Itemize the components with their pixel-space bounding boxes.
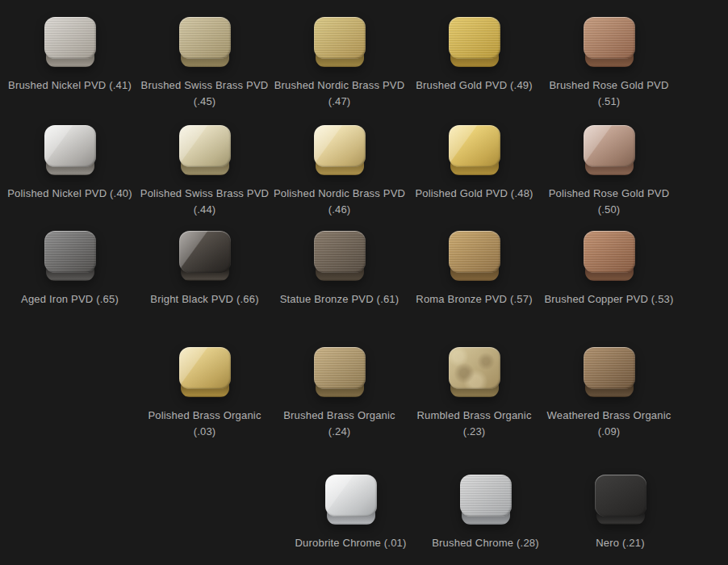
- finish-label: Brushed Gold PVD (.49): [416, 77, 533, 94]
- finish-option[interactable]: Weathered Brass Organic (.09): [542, 347, 676, 439]
- finish-option[interactable]: Polished Swiss Brass PVD (.44): [137, 125, 272, 217]
- finish-label: Polished Swiss Brass PVD (.44): [140, 186, 269, 217]
- finish-swatch[interactable]: [314, 231, 366, 281]
- finish-swatch-face: [449, 125, 500, 167]
- finish-swatch[interactable]: [449, 17, 500, 67]
- finish-swatch[interactable]: [595, 475, 646, 525]
- finish-swatch-face: [449, 231, 500, 273]
- finish-swatch[interactable]: [584, 17, 635, 67]
- finish-swatch-face: [460, 475, 512, 517]
- finish-grid: Brushed Nickel PVD (.41) Brushed Swiss B…: [0, 0, 728, 565]
- finish-option[interactable]: Brushed Swiss Brass PVD (.45): [137, 17, 272, 109]
- finish-option[interactable]: Brushed Nordic Brass PVD (.47): [272, 17, 407, 109]
- finish-option[interactable]: Polished Rose Gold PVD (.50): [542, 125, 676, 217]
- finish-swatch[interactable]: [449, 347, 500, 397]
- finish-label: Brushed Nickel PVD (.41): [8, 77, 132, 94]
- finish-swatch[interactable]: [179, 347, 231, 397]
- finish-option[interactable]: Statue Bronze PVD (.61): [272, 231, 407, 308]
- finish-label: Polished Brass Organic (.03): [138, 408, 271, 439]
- finish-label: Durobrite Chrome (.01): [295, 535, 406, 551]
- finish-label: Polished Nordic Brass PVD (.46): [274, 186, 405, 217]
- finish-swatch-face: [44, 231, 96, 273]
- finish-swatch[interactable]: [584, 347, 635, 397]
- finish-swatch-face: [314, 347, 366, 389]
- finish-option[interactable]: Aged Iron PVD (.65): [2, 231, 137, 308]
- finish-swatch-face: [314, 17, 366, 59]
- finish-option[interactable]: Brushed Chrome (.28): [418, 475, 553, 551]
- finish-label: Brushed Rose Gold PVD (.51): [542, 77, 676, 109]
- finish-label: Roma Bronze PVD (.57): [416, 291, 532, 308]
- finish-swatch[interactable]: [44, 231, 96, 281]
- finish-label: Aged Iron PVD (.65): [21, 291, 119, 308]
- finish-label: Polished Nickel PVD (.40): [7, 186, 132, 202]
- finish-option[interactable]: Polished Gold PVD (.48): [407, 125, 542, 217]
- finish-swatch-face: [179, 17, 231, 59]
- finish-row: Brushed Nickel PVD (.41) Brushed Swiss B…: [2, 17, 676, 109]
- finish-swatch-face: [314, 125, 366, 167]
- finish-swatch-face: [449, 17, 500, 59]
- finish-swatch[interactable]: [460, 475, 512, 525]
- finish-label: Statue Bronze PVD (.61): [280, 291, 400, 308]
- finish-option[interactable]: Roma Bronze PVD (.57): [407, 231, 542, 308]
- finish-swatch[interactable]: [314, 17, 366, 67]
- finish-option[interactable]: Rumbled Brass Organic (.23): [407, 347, 542, 439]
- finish-option[interactable]: Durobrite Chrome (.01): [283, 475, 418, 551]
- finish-swatch[interactable]: [44, 125, 96, 175]
- finish-label: Polished Rose Gold PVD (.50): [542, 186, 676, 217]
- finish-swatch[interactable]: [584, 231, 635, 281]
- finish-swatch-face: [179, 231, 231, 273]
- finish-swatch[interactable]: [325, 475, 377, 525]
- finish-label: Brushed Chrome (.28): [432, 535, 539, 551]
- finish-row: Polished Nickel PVD (.40) Polished Swiss…: [2, 125, 676, 217]
- finish-swatch[interactable]: [449, 231, 500, 281]
- finish-swatch[interactable]: [584, 125, 635, 175]
- finish-swatch[interactable]: [44, 17, 96, 67]
- finish-swatch-face: [314, 231, 366, 273]
- finish-row: Durobrite Chrome (.01) Brushed Chrome (.…: [283, 475, 688, 551]
- finish-row: Aged Iron PVD (.65) Bright Black PVD (.6…: [2, 231, 676, 308]
- finish-label: Bright Black PVD (.66): [150, 291, 258, 308]
- finish-option[interactable]: Brushed Rose Gold PVD (.51): [542, 17, 676, 109]
- finish-swatch-face: [584, 17, 635, 59]
- finish-swatch[interactable]: [314, 125, 366, 175]
- finish-swatch-face: [584, 231, 635, 273]
- finish-label: Nero (.21): [596, 535, 645, 551]
- finish-swatch[interactable]: [179, 125, 231, 175]
- finish-option[interactable]: Bright Black PVD (.66): [137, 231, 272, 308]
- finish-swatch[interactable]: [179, 17, 231, 67]
- finish-swatch-face: [44, 17, 96, 59]
- finish-option[interactable]: Polished Nordic Brass PVD (.46): [272, 125, 407, 217]
- finish-swatch-face: [584, 125, 635, 167]
- finish-swatch-face: [179, 125, 231, 167]
- finish-option[interactable]: Brushed Copper PVD (.53): [542, 231, 676, 308]
- finish-row: Polished Brass Organic (.03) Brushed Bra…: [137, 347, 676, 439]
- finish-label: Weathered Brass Organic (.09): [547, 408, 672, 439]
- finish-option[interactable]: Brushed Gold PVD (.49): [407, 17, 542, 109]
- finish-swatch[interactable]: [314, 347, 366, 397]
- finish-label: Polished Gold PVD (.48): [415, 186, 533, 202]
- finish-option[interactable]: Nero (.21): [553, 475, 688, 551]
- finish-option[interactable]: Brushed Brass Organic (.24): [272, 347, 407, 439]
- finish-label: Brushed Nordic Brass PVD (.47): [274, 77, 405, 109]
- finish-option[interactable]: Brushed Nickel PVD (.41): [2, 17, 137, 109]
- finish-swatch[interactable]: [179, 231, 231, 281]
- finish-label: Brushed Swiss Brass PVD (.45): [141, 77, 269, 109]
- finish-swatch-face: [595, 475, 646, 517]
- finish-swatch-face: [44, 125, 96, 167]
- finish-option[interactable]: Polished Brass Organic (.03): [137, 347, 272, 439]
- finish-swatch-face: [449, 347, 500, 389]
- finish-label: Rumbled Brass Organic (.23): [408, 408, 541, 439]
- finish-swatch-face: [179, 347, 231, 389]
- finish-swatch-face: [584, 347, 635, 389]
- finish-label: Brushed Copper PVD (.53): [544, 291, 673, 308]
- finish-swatch-face: [325, 475, 377, 517]
- finish-label: Brushed Brass Organic (.24): [273, 408, 406, 439]
- finish-swatch[interactable]: [449, 125, 500, 175]
- finish-option[interactable]: Polished Nickel PVD (.40): [2, 125, 137, 217]
